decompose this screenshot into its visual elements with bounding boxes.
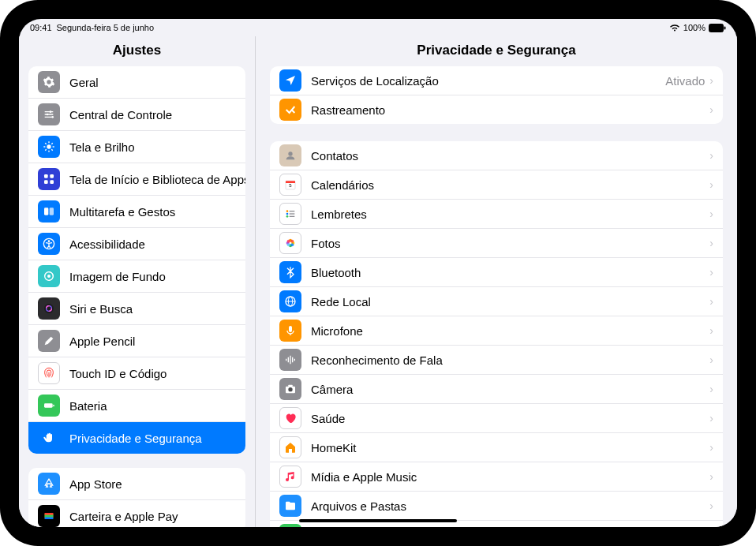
svg-point-3 [47,114,49,116]
detail-item-local-network[interactable]: Rede Local› [270,287,723,316]
svg-point-4 [51,116,54,118]
detail-item-microphone[interactable]: Microfone› [270,316,723,346]
sidebar-item-label: App Store [69,477,122,491]
chevron-right-icon: › [709,412,713,424]
svg-point-49 [287,240,290,243]
detail-item-reminders[interactable]: Lembretes› [270,200,723,229]
sidebar-item-accessibility[interactable]: Acessibilidade [28,228,245,260]
sidebar-item-battery[interactable]: Bateria [28,390,245,422]
sidebar-item-label: Siri e Busca [69,302,133,316]
appstore-icon [38,473,60,495]
sidebar-list[interactable]: GeralCentral de ControleTela e BrilhoTel… [19,66,255,527]
battery-percent: 100% [683,23,705,32]
sidebar-item-control-center[interactable]: Central de Controle [28,99,245,131]
detail-item-label: Serviços de Localização [311,74,665,88]
sidebar-item-multitasking[interactable]: Multitarefa e Gestos [28,196,245,228]
svg-rect-14 [44,174,48,178]
detail-item-label: Microfone [311,324,709,338]
detail-item-homekit[interactable]: HomeKit› [270,433,723,462]
detail-item-photos[interactable]: Fotos› [270,229,723,258]
svg-rect-0 [709,24,724,32]
chevron-right-icon: › [709,178,713,191]
svg-rect-36 [286,181,295,183]
detail-item-location[interactable]: Serviços de LocalizaçãoAtivado› [270,66,723,95]
svg-point-62 [288,387,292,391]
accessibility-icon [38,233,60,255]
sidebar-item-geral[interactable]: Geral [28,66,245,99]
detail-item-speech[interactable]: Reconhecimento de Fala› [270,346,723,375]
chevron-right-icon: › [709,383,713,395]
battery-icon [38,395,60,417]
detail-item-camera[interactable]: Câmera› [270,375,723,404]
sidebar-item-app-store[interactable]: App Store [28,468,245,500]
svg-rect-31 [45,515,54,518]
detail-title: Privacidade e Segurança [256,36,737,66]
sidebar-item-wallpaper[interactable]: Imagem de Fundo [28,260,245,293]
svg-point-5 [47,144,51,148]
sidebar-item-apple-pencil[interactable]: Apple Pencil [28,325,245,357]
detail-item-contacts[interactable]: Contatos› [270,141,723,170]
svg-rect-19 [50,208,54,215]
chevron-right-icon: › [709,74,713,87]
fingerprint-icon [38,362,60,384]
bluetooth-icon [279,261,301,283]
heart-icon [279,407,301,429]
detail-item-calendars[interactable]: 5Calendários› [270,170,723,200]
detail-item-label: Lembretes [311,208,709,221]
sidebar-item-touch-id[interactable]: Touch ID e Código [28,357,245,390]
location-icon [279,69,301,92]
svg-line-10 [45,143,46,144]
svg-point-2 [50,110,52,113]
brightness-icon [38,136,60,158]
contacts-icon [279,144,301,166]
chevron-right-icon: › [709,499,713,512]
chevron-right-icon: › [709,208,713,220]
sidebar-item-label: Bateria [69,399,107,413]
chevron-right-icon: › [709,470,713,483]
multitask-icon [38,200,60,223]
sidebar-item-home-screen[interactable]: Tela de Início e Biblioteca de Apps [28,163,245,196]
chevron-right-icon: › [709,149,713,162]
svg-point-23 [47,275,51,278]
sidebar-item-label: Carteira e Apple Pay [69,510,178,523]
detail-item-label: Contatos [311,149,709,163]
chevron-right-icon: › [709,295,713,308]
hand-icon [38,427,60,449]
detail-item-files[interactable]: Arquivos e Pastas› [270,492,723,521]
svg-rect-1 [724,26,726,29]
svg-rect-15 [50,174,54,178]
sidebar-item-siri[interactable]: Siri e Busca [28,293,245,325]
wallpaper-icon [38,265,60,287]
detail-item-music[interactable]: Mídia e Apple Music› [270,462,723,492]
reminders-icon [279,203,301,225]
detail-pane: Privacidade e Segurança Serviços de Loca… [256,36,737,527]
svg-point-48 [290,240,294,243]
svg-rect-32 [45,517,54,519]
globe-icon [279,290,301,312]
status-time: 09:41 [30,23,52,32]
chevron-right-icon: › [709,103,713,116]
sidebar-item-label: Apple Pencil [69,335,135,348]
sidebar-title: Ajustes [19,36,255,66]
wallet-icon [38,505,60,527]
svg-rect-63 [288,385,292,387]
detail-item-health[interactable]: Saúde› [270,404,723,433]
svg-rect-55 [289,326,292,332]
mic-icon [279,320,301,342]
svg-point-51 [287,243,290,246]
detail-item-tracking[interactable]: Rastreamento› [270,95,723,124]
sidebar-item-privacy[interactable]: Privacidade e Segurança [28,422,245,454]
chevron-right-icon: › [709,353,713,366]
detail-item-label: Calendários [311,178,709,192]
detail-item-label: Fotos [311,237,709,250]
chevron-right-icon: › [709,324,713,337]
sidebar-item-wallet[interactable]: Carteira e Apple Pay [28,500,245,527]
detail-item-value: Ativado [665,74,705,88]
home-indicator[interactable] [299,519,457,522]
svg-point-24 [44,304,54,313]
detail-item-label: Mídia e Apple Music [311,470,709,484]
music-icon [279,466,301,488]
detail-item-bluetooth[interactable]: Bluetooth› [270,258,723,287]
sidebar-item-display[interactable]: Tela e Brilho [28,131,245,163]
detail-list[interactable]: Serviços de LocalizaçãoAtivado›Rastreame… [256,66,737,527]
